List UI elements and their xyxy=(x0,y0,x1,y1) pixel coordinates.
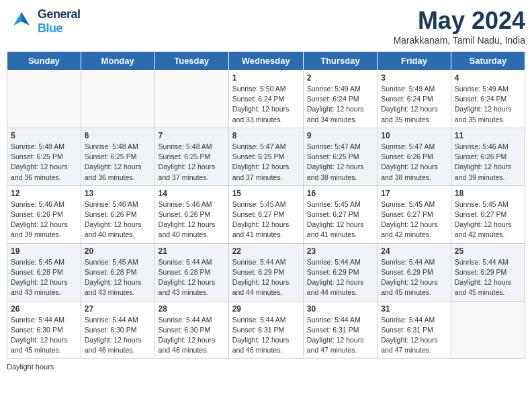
day-info: Sunrise: 5:44 AM Sunset: 6:28 PM Dayligh… xyxy=(159,257,225,298)
day-header-row: SundayMondayTuesdayWednesdayThursdayFrid… xyxy=(7,52,525,71)
day-cell-7: 7Sunrise: 5:48 AM Sunset: 6:25 PM Daylig… xyxy=(154,128,228,185)
day-number: 28 xyxy=(159,304,225,314)
week-row-3: 12Sunrise: 5:46 AM Sunset: 6:26 PM Dayli… xyxy=(7,185,525,243)
day-cell-21: 21Sunrise: 5:44 AM Sunset: 6:28 PM Dayli… xyxy=(154,243,228,301)
logo-bird-icon xyxy=(8,7,35,36)
logo-text: General Blue xyxy=(38,7,81,36)
day-cell-8: 8Sunrise: 5:47 AM Sunset: 6:25 PM Daylig… xyxy=(228,128,303,185)
day-info: Sunrise: 5:48 AM Sunset: 6:25 PM Dayligh… xyxy=(159,142,225,183)
day-info: Sunrise: 5:46 AM Sunset: 6:26 PM Dayligh… xyxy=(11,199,77,240)
day-number: 24 xyxy=(381,246,447,256)
day-info: Sunrise: 5:45 AM Sunset: 6:27 PM Dayligh… xyxy=(381,199,447,240)
day-number: 5 xyxy=(11,131,77,140)
day-cell-23: 23Sunrise: 5:44 AM Sunset: 6:29 PM Dayli… xyxy=(303,243,377,301)
day-header-saturday: Saturday xyxy=(451,52,525,71)
day-number: 4 xyxy=(455,73,521,83)
day-info: Sunrise: 5:44 AM Sunset: 6:29 PM Dayligh… xyxy=(307,257,373,298)
day-number: 3 xyxy=(381,73,447,83)
week-row-2: 5Sunrise: 5:48 AM Sunset: 6:25 PM Daylig… xyxy=(7,128,525,185)
day-info: Sunrise: 5:49 AM Sunset: 6:24 PM Dayligh… xyxy=(307,84,373,125)
week-row-1: 1Sunrise: 5:50 AM Sunset: 6:24 PM Daylig… xyxy=(7,71,525,128)
day-number: 16 xyxy=(307,189,373,198)
day-cell-12: 12Sunrise: 5:46 AM Sunset: 6:26 PM Dayli… xyxy=(7,185,81,243)
day-info: Sunrise: 5:50 AM Sunset: 6:24 PM Dayligh… xyxy=(232,84,300,125)
day-cell-18: 18Sunrise: 5:45 AM Sunset: 6:27 PM Dayli… xyxy=(451,185,525,243)
day-cell-20: 20Sunrise: 5:45 AM Sunset: 6:28 PM Dayli… xyxy=(81,243,154,301)
day-info: Sunrise: 5:45 AM Sunset: 6:27 PM Dayligh… xyxy=(455,199,521,240)
day-info: Sunrise: 5:48 AM Sunset: 6:25 PM Dayligh… xyxy=(85,142,151,183)
empty-cell xyxy=(7,71,81,128)
day-info: Sunrise: 5:47 AM Sunset: 6:25 PM Dayligh… xyxy=(232,142,300,183)
logo-general: General xyxy=(38,7,81,21)
day-number: 10 xyxy=(381,131,447,140)
empty-cell xyxy=(451,301,525,359)
day-info: Sunrise: 5:46 AM Sunset: 6:26 PM Dayligh… xyxy=(455,142,521,183)
day-number: 18 xyxy=(455,189,521,198)
page-header: General Blue May 2024 Marakkanam, Tamil … xyxy=(7,7,525,46)
day-cell-1: 1Sunrise: 5:50 AM Sunset: 6:24 PM Daylig… xyxy=(228,71,303,128)
title-section: May 2024 Marakkanam, Tamil Nadu, India xyxy=(393,7,525,46)
day-number: 26 xyxy=(11,304,77,314)
day-number: 23 xyxy=(307,246,373,256)
day-info: Sunrise: 5:45 AM Sunset: 6:27 PM Dayligh… xyxy=(307,199,373,240)
day-number: 29 xyxy=(232,304,300,314)
day-number: 1 xyxy=(232,73,300,83)
day-info: Sunrise: 5:48 AM Sunset: 6:25 PM Dayligh… xyxy=(11,142,77,183)
svg-marker-1 xyxy=(21,12,30,26)
day-cell-9: 9Sunrise: 5:47 AM Sunset: 6:25 PM Daylig… xyxy=(303,128,377,185)
day-cell-6: 6Sunrise: 5:48 AM Sunset: 6:25 PM Daylig… xyxy=(81,128,154,185)
day-cell-4: 4Sunrise: 5:49 AM Sunset: 6:24 PM Daylig… xyxy=(451,71,525,128)
day-info: Sunrise: 5:44 AM Sunset: 6:30 PM Dayligh… xyxy=(159,315,225,356)
day-cell-13: 13Sunrise: 5:46 AM Sunset: 6:26 PM Dayli… xyxy=(81,185,154,243)
day-cell-24: 24Sunrise: 5:44 AM Sunset: 6:29 PM Dayli… xyxy=(378,243,451,301)
day-header-thursday: Thursday xyxy=(303,52,377,71)
day-number: 14 xyxy=(159,189,225,198)
day-cell-30: 30Sunrise: 5:44 AM Sunset: 6:31 PM Dayli… xyxy=(303,301,377,359)
week-row-4: 19Sunrise: 5:45 AM Sunset: 6:28 PM Dayli… xyxy=(7,243,525,301)
day-number: 30 xyxy=(307,304,373,314)
month-year-title: May 2024 xyxy=(393,7,525,35)
day-info: Sunrise: 5:44 AM Sunset: 6:30 PM Dayligh… xyxy=(85,315,151,356)
day-cell-19: 19Sunrise: 5:45 AM Sunset: 6:28 PM Dayli… xyxy=(7,243,81,301)
day-info: Sunrise: 5:45 AM Sunset: 6:27 PM Dayligh… xyxy=(232,199,300,240)
day-cell-5: 5Sunrise: 5:48 AM Sunset: 6:25 PM Daylig… xyxy=(7,128,81,185)
day-cell-22: 22Sunrise: 5:44 AM Sunset: 6:29 PM Dayli… xyxy=(228,243,303,301)
calendar-table: SundayMondayTuesdayWednesdayThursdayFrid… xyxy=(7,51,525,359)
day-number: 2 xyxy=(307,73,373,83)
day-cell-31: 31Sunrise: 5:44 AM Sunset: 6:31 PM Dayli… xyxy=(378,301,451,359)
day-cell-27: 27Sunrise: 5:44 AM Sunset: 6:30 PM Dayli… xyxy=(81,301,154,359)
day-cell-2: 2Sunrise: 5:49 AM Sunset: 6:24 PM Daylig… xyxy=(303,71,377,128)
day-cell-3: 3Sunrise: 5:49 AM Sunset: 6:24 PM Daylig… xyxy=(378,71,451,128)
daylight-label: Daylight hours xyxy=(7,363,54,371)
day-cell-11: 11Sunrise: 5:46 AM Sunset: 6:26 PM Dayli… xyxy=(451,128,525,185)
empty-cell xyxy=(81,71,154,128)
day-number: 27 xyxy=(85,304,151,314)
day-number: 31 xyxy=(381,304,447,314)
day-cell-14: 14Sunrise: 5:46 AM Sunset: 6:26 PM Dayli… xyxy=(154,185,228,243)
location-subtitle: Marakkanam, Tamil Nadu, India xyxy=(393,35,525,46)
day-cell-29: 29Sunrise: 5:44 AM Sunset: 6:31 PM Dayli… xyxy=(228,301,303,359)
day-cell-25: 25Sunrise: 5:44 AM Sunset: 6:29 PM Dayli… xyxy=(451,243,525,301)
day-info: Sunrise: 5:44 AM Sunset: 6:30 PM Dayligh… xyxy=(11,315,77,356)
day-number: 15 xyxy=(232,189,300,198)
logo: General Blue xyxy=(7,7,81,36)
day-number: 6 xyxy=(85,131,151,140)
day-info: Sunrise: 5:44 AM Sunset: 6:29 PM Dayligh… xyxy=(381,257,447,298)
day-number: 22 xyxy=(232,246,300,256)
day-info: Sunrise: 5:49 AM Sunset: 6:24 PM Dayligh… xyxy=(455,84,521,125)
day-info: Sunrise: 5:46 AM Sunset: 6:26 PM Dayligh… xyxy=(85,199,151,240)
day-info: Sunrise: 5:44 AM Sunset: 6:31 PM Dayligh… xyxy=(307,315,373,356)
day-header-friday: Friday xyxy=(378,52,451,71)
day-cell-16: 16Sunrise: 5:45 AM Sunset: 6:27 PM Dayli… xyxy=(303,185,377,243)
footer-note: Daylight hours xyxy=(7,363,525,371)
day-info: Sunrise: 5:47 AM Sunset: 6:25 PM Dayligh… xyxy=(307,142,373,183)
day-number: 19 xyxy=(11,246,77,256)
week-row-5: 26Sunrise: 5:44 AM Sunset: 6:30 PM Dayli… xyxy=(7,301,525,359)
day-header-monday: Monday xyxy=(81,52,154,71)
day-number: 11 xyxy=(455,131,521,140)
day-number: 9 xyxy=(307,131,373,140)
day-info: Sunrise: 5:45 AM Sunset: 6:28 PM Dayligh… xyxy=(11,257,77,298)
day-cell-10: 10Sunrise: 5:47 AM Sunset: 6:26 PM Dayli… xyxy=(378,128,451,185)
day-info: Sunrise: 5:44 AM Sunset: 6:31 PM Dayligh… xyxy=(381,315,447,356)
day-info: Sunrise: 5:47 AM Sunset: 6:26 PM Dayligh… xyxy=(381,142,447,183)
